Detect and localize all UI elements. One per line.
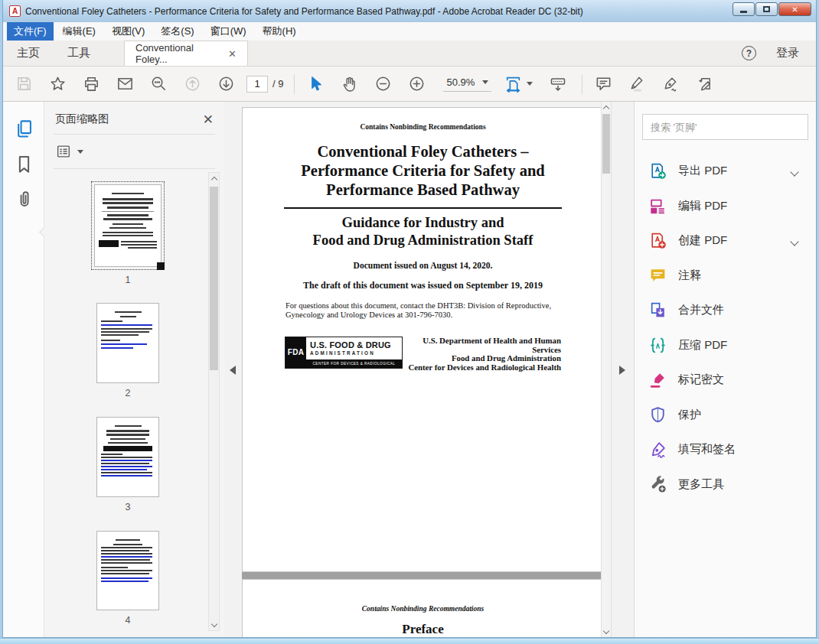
- bookmarks-nav-button[interactable]: [14, 154, 34, 177]
- attachments-nav-button[interactable]: [14, 189, 34, 213]
- tool-fill-sign[interactable]: 填写和签名: [642, 432, 808, 467]
- issued-date: Document issued on August 14, 2020.: [243, 261, 603, 270]
- tool-compress-pdf[interactable]: 压缩 PDF: [642, 328, 808, 363]
- titlebar[interactable]: A Conventional Foley Catheters - Perform…: [3, 0, 816, 22]
- thumbnail-page-1[interactable]: [91, 181, 165, 270]
- close-icon: ✕: [791, 5, 798, 14]
- scroll-down-arrow[interactable]: [602, 626, 611, 637]
- compress-pdf-icon: [648, 336, 667, 355]
- printer-icon: [83, 75, 100, 93]
- scroll-down-arrow[interactable]: [209, 620, 219, 630]
- maximize-button[interactable]: [755, 2, 778, 16]
- zoom-in-button[interactable]: [403, 71, 429, 97]
- tool-more-tools[interactable]: 更多工具: [642, 467, 808, 503]
- chevron-down-icon: [791, 164, 798, 178]
- menu-file[interactable]: 文件(F): [7, 22, 54, 41]
- thumbnail-page-4[interactable]: [96, 531, 159, 610]
- tool-edit-pdf[interactable]: 编辑 PDF: [642, 189, 808, 224]
- tool-export-pdf[interactable]: 导出 PDF: [642, 154, 808, 189]
- document-viewport[interactable]: Contains Nonbinding Recommendations Conv…: [224, 102, 634, 637]
- menu-view[interactable]: 视图(V): [105, 22, 152, 41]
- draft-date: The draft of this document was issued on…: [243, 280, 603, 291]
- close-button[interactable]: ✕: [778, 2, 811, 16]
- thumbnails-scrollbar[interactable]: [208, 172, 220, 631]
- print-button[interactable]: [78, 71, 104, 97]
- minimize-button[interactable]: [733, 2, 755, 16]
- tool-combine-files[interactable]: 合并文件: [642, 293, 808, 328]
- scrollbar-thumb[interactable]: [602, 114, 610, 174]
- tab-document-label: Conventional Foley...: [135, 42, 220, 65]
- fill-sign-tool-button[interactable]: [691, 71, 717, 97]
- tool-comment[interactable]: 注释: [642, 259, 808, 294]
- tab-home[interactable]: 主页: [3, 41, 54, 66]
- thumbnail-page-number: 1: [91, 275, 165, 285]
- collapse-left-panel-handle[interactable]: [230, 366, 236, 375]
- tab-close-icon[interactable]: ✕: [228, 49, 237, 59]
- pages-icon: [14, 119, 34, 139]
- email-button[interactable]: [112, 71, 138, 97]
- hand-icon: [341, 75, 358, 93]
- thumbnail-page-number: 2: [96, 388, 159, 398]
- document-title: Conventional Foley Catheters – Performan…: [243, 142, 603, 200]
- document-scrollbar[interactable]: [601, 102, 612, 637]
- tab-document[interactable]: Conventional Foley... ✕: [124, 41, 248, 66]
- save-button[interactable]: [11, 71, 37, 97]
- zoom-level-dropdown[interactable]: 50.9%: [443, 76, 491, 92]
- thumbnail-page-preview: [96, 417, 159, 497]
- thumbnails-options-button[interactable]: [44, 135, 224, 168]
- toolbar-divider: [294, 74, 295, 94]
- comment-tool-button[interactable]: [590, 71, 616, 97]
- select-tool-button[interactable]: [302, 71, 328, 97]
- menu-window[interactable]: 窗口(W): [204, 22, 253, 41]
- previous-page-button[interactable]: [179, 71, 205, 97]
- thumbnail-page-3[interactable]: [96, 417, 159, 497]
- envelope-icon: [116, 75, 134, 93]
- title-rule: [284, 207, 562, 209]
- tool-protect[interactable]: 保护: [642, 398, 808, 433]
- scrollbar-thumb[interactable]: [210, 187, 218, 370]
- search-button[interactable]: [145, 71, 171, 97]
- expand-right-panel-handle[interactable]: [619, 366, 625, 375]
- favorites-button[interactable]: [44, 71, 70, 97]
- edit-pdf-icon: [648, 197, 667, 216]
- hand-tool-button[interactable]: [336, 71, 362, 97]
- page-down-icon: [217, 75, 235, 93]
- sign-tool-button[interactable]: [657, 71, 684, 97]
- next-page-button[interactable]: [213, 71, 239, 97]
- thumbnail-page-preview: [96, 531, 159, 610]
- window-title: Conventional Foley Catheters - Performan…: [25, 6, 583, 17]
- panel-close-icon[interactable]: ✕: [203, 113, 214, 126]
- scroll-up-arrow[interactable]: [209, 173, 219, 184]
- zoom-in-icon: [408, 75, 426, 93]
- zoom-level-value: 50.9%: [446, 76, 475, 88]
- tools-search-input[interactable]: [642, 114, 808, 140]
- combine-files-icon: [648, 301, 667, 320]
- reading-mode-button[interactable]: [545, 71, 571, 97]
- fit-width-button[interactable]: [504, 74, 533, 93]
- zoom-out-button[interactable]: [370, 71, 396, 97]
- options-list-icon: [55, 143, 72, 160]
- tool-create-pdf[interactable]: 创建 PDF: [642, 223, 808, 259]
- tool-redact[interactable]: 标记密文: [642, 363, 808, 398]
- help-icon[interactable]: ?: [742, 46, 756, 60]
- preface-heading: Preface: [243, 622, 603, 637]
- tab-tools[interactable]: 工具: [54, 41, 104, 66]
- menu-sign[interactable]: 签名(S): [154, 22, 201, 41]
- pdf-page-1: Contains Nonbinding Recommendations Conv…: [242, 107, 604, 572]
- thumbnails-panel-title: 页面缩略图: [55, 112, 109, 126]
- highlight-tool-button[interactable]: [624, 71, 650, 97]
- chevron-down-icon: [482, 80, 488, 84]
- scroll-up-arrow[interactable]: [602, 102, 611, 112]
- menu-edit[interactable]: 编辑(E): [56, 22, 103, 41]
- page-number-input[interactable]: [246, 76, 268, 93]
- create-pdf-icon: [648, 231, 667, 250]
- menubar: 文件(F) 编辑(E) 视图(V) 签名(S) 窗口(W) 帮助(H): [3, 22, 816, 41]
- export-pdf-icon: [648, 161, 667, 181]
- zoom-out-icon: [374, 75, 392, 93]
- sign-in-button[interactable]: 登录: [776, 46, 799, 60]
- thumbnail-page-2[interactable]: [96, 303, 159, 383]
- fda-logo-abbr: FDA: [286, 337, 306, 368]
- menu-help[interactable]: 帮助(H): [256, 22, 303, 41]
- page-thumbnails-nav-button[interactable]: [14, 119, 34, 142]
- tools-panel: 导出 PDF 编辑 PDF 创建 PDF 注释: [634, 102, 816, 637]
